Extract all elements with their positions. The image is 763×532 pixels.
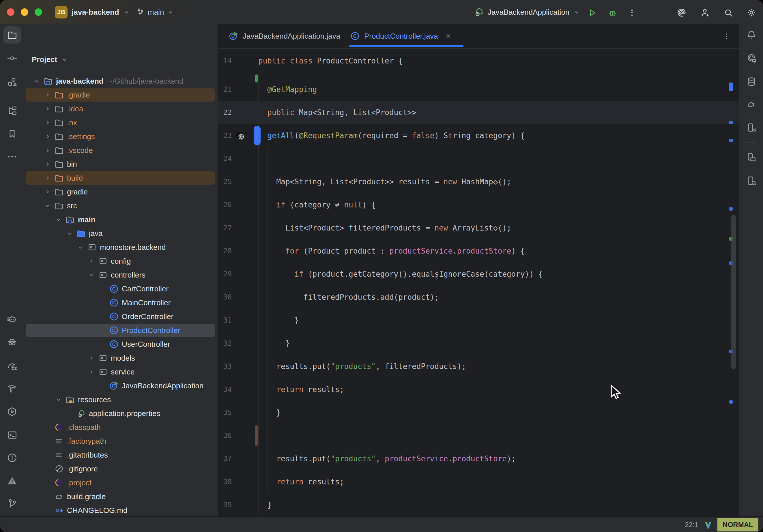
copilot-cat-button[interactable]: [3, 311, 21, 328]
chevron-right-icon[interactable]: [43, 146, 52, 155]
chevron-right-icon[interactable]: [43, 132, 52, 141]
profiler-spy-button[interactable]: [3, 333, 21, 351]
tab-options-button[interactable]: [720, 30, 733, 43]
ideavim-icon[interactable]: [703, 519, 714, 531]
chevron-down-icon[interactable]: [43, 201, 52, 210]
minimize-window-button[interactable]: [21, 8, 28, 16]
chevron-right-icon[interactable]: [43, 160, 52, 168]
run-button[interactable]: [586, 6, 599, 19]
chevron-right-icon[interactable]: [43, 104, 52, 113]
bookmarks-button[interactable]: [3, 125, 21, 143]
gauge-bug-button[interactable]: [3, 358, 21, 375]
code-line-35[interactable]: 35 }: [218, 401, 739, 424]
chevron-right-icon[interactable]: [87, 354, 96, 362]
shapes-button[interactable]: [3, 73, 21, 90]
tree-item-service[interactable]: service: [24, 365, 218, 379]
caret-position[interactable]: 22:1: [675, 521, 698, 529]
stripe-mark[interactable]: [729, 121, 733, 124]
tree-item-gradle[interactable]: gradle: [24, 185, 218, 199]
tree-item-.nx[interactable]: .nx: [24, 116, 218, 130]
device-explorer-button[interactable]: [743, 172, 760, 189]
code-line-21[interactable]: 21 @GetMapping: [218, 78, 739, 101]
tree-item-OrderController[interactable]: COrderController: [24, 310, 218, 323]
tree-item-config[interactable]: config: [24, 254, 218, 268]
tree-item-src[interactable]: src: [24, 199, 218, 213]
tree-item-.project[interactable]: .project: [24, 476, 218, 489]
project-switcher[interactable]: java-backend: [71, 0, 130, 24]
tree-item-MainController[interactable]: CMainController: [24, 296, 218, 310]
tree-item-application.properties[interactable]: application.properties: [24, 406, 218, 420]
tree-item-.gradle[interactable]: .gradle: [24, 88, 218, 102]
chevron-down-icon[interactable]: [32, 77, 41, 85]
editor-scrollbar[interactable]: [731, 215, 736, 369]
tree-item-CartController[interactable]: CCartController: [24, 282, 218, 296]
stripe-mark[interactable]: [729, 207, 733, 211]
code-line-22[interactable]: 22 public Map<String, List<Product>>: [218, 101, 739, 124]
database-button[interactable]: [743, 73, 760, 90]
chevron-right-icon[interactable]: [43, 91, 52, 99]
tree-item-resources[interactable]: resources: [24, 393, 218, 406]
project-panel-header[interactable]: Project: [32, 53, 68, 66]
endpoint-icon[interactable]: [235, 130, 246, 141]
ai-assistant-button[interactable]: [743, 50, 760, 67]
code-line-27[interactable]: 27 List<Product> filteredProducts = new …: [218, 216, 739, 240]
tree-item-ProductController[interactable]: CProductController: [24, 323, 218, 337]
code-line-38[interactable]: 38 return results;: [218, 470, 739, 493]
tree-item-.classpath[interactable]: .classpath: [24, 420, 218, 434]
stripe-mark[interactable]: [729, 400, 733, 404]
more-actions-button[interactable]: [626, 6, 638, 19]
close-window-button[interactable]: [7, 8, 14, 16]
ai-assistant-button[interactable]: [675, 6, 688, 19]
tree-item-java[interactable]: java: [24, 227, 218, 240]
tree-item-monostore.backend[interactable]: monostore.backend: [24, 240, 218, 254]
chevron-down-icon[interactable]: [54, 215, 63, 224]
problems-button[interactable]: [3, 449, 21, 467]
vim-mode-badge[interactable]: NORMAL: [717, 518, 758, 531]
tree-item-.factorypath[interactable]: .factorypath: [24, 434, 218, 448]
chevron-down-icon[interactable]: [76, 243, 85, 252]
chevron-down-icon[interactable]: [65, 229, 74, 238]
code-line-37[interactable]: 37 results.put("products", productServic…: [218, 447, 739, 470]
tree-item-java-backend[interactable]: java-backend~/Github/java-backend: [24, 74, 218, 88]
code-editor[interactable]: 21 @GetMapping22 public Map<String, List…: [218, 49, 739, 516]
settings-gear-button[interactable]: [745, 6, 758, 19]
chevron-right-icon[interactable]: [43, 118, 52, 127]
code-line-29[interactable]: 29 if (product.getCategory().equalsIgnor…: [218, 263, 739, 286]
code-line-31[interactable]: 31 }: [218, 309, 739, 332]
code-line-39[interactable]: 39 }: [218, 493, 739, 516]
search-everywhere-button[interactable]: [722, 6, 735, 19]
tree-item-JavaBackendApplication[interactable]: CJavaBackendApplication: [24, 379, 218, 393]
code-line-25[interactable]: 25 Map<String, List<Product>> results = …: [218, 170, 739, 193]
code-with-me-button[interactable]: [699, 6, 711, 19]
tree-item-controllers[interactable]: controllers: [24, 268, 218, 282]
tree-item-models[interactable]: models: [24, 351, 218, 365]
tree-item-build.gradle[interactable]: build.gradle: [24, 489, 218, 503]
code-line-28[interactable]: 28 for (Product product : productService…: [218, 240, 739, 263]
branch-switcher[interactable]: main: [136, 0, 174, 24]
chevron-right-icon[interactable]: [43, 174, 52, 182]
project-badge[interactable]: JB: [55, 6, 67, 19]
notifications-bell-button[interactable]: [743, 26, 760, 44]
chevron-down-icon[interactable]: [54, 395, 63, 404]
code-line-33[interactable]: 33 results.put("products", filteredProdu…: [218, 355, 739, 378]
code-line-26[interactable]: 26 if (category ≠ null) {: [218, 193, 739, 216]
code-line-32[interactable]: 32 }: [218, 332, 739, 355]
terminal-button[interactable]: [3, 426, 21, 444]
tree-item-.gitattributes[interactable]: .gitattributes: [24, 448, 218, 462]
tree-item-UserController[interactable]: CUserController: [24, 337, 218, 351]
more-button[interactable]: [3, 148, 21, 165]
code-line-23[interactable]: 23 getAll(@RequestParam(required = false…: [218, 124, 739, 147]
commit-button[interactable]: [3, 50, 21, 67]
code-line-24[interactable]: 24: [218, 147, 739, 170]
services-button[interactable]: [3, 403, 21, 420]
running-devices-button[interactable]: [743, 119, 760, 136]
tab-JavaBackendApplication.java[interactable]: CJavaBackendApplication.java: [224, 24, 347, 48]
hierarchy-button[interactable]: [3, 102, 21, 119]
chevron-right-icon[interactable]: [43, 187, 52, 196]
tree-item-.vscode[interactable]: .vscode: [24, 144, 218, 157]
tree-item-main[interactable]: main: [24, 213, 218, 227]
tree-item-build[interactable]: build: [24, 171, 218, 185]
project-folder-button[interactable]: [3, 26, 21, 44]
code-line-30[interactable]: 30 filteredProducts.add(product);: [218, 286, 739, 309]
tree-item-.idea[interactable]: .idea: [24, 102, 218, 116]
